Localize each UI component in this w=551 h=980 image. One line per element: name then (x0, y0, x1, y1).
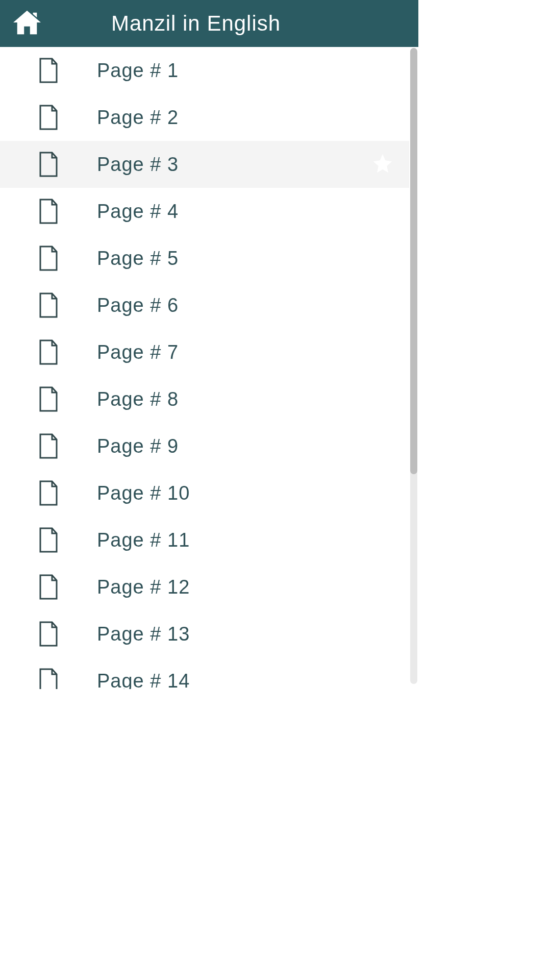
page-label: Page # 3 (97, 154, 179, 176)
page-icon (39, 339, 58, 365)
page-icon-slot (0, 152, 97, 177)
page-icon-slot (0, 58, 97, 83)
page-icon-slot (0, 199, 97, 224)
page-icon (39, 668, 58, 689)
app-screen: Manzil in English Page # 1Page # 2Page #… (0, 0, 418, 689)
page-icon-slot (0, 105, 97, 130)
list-item[interactable]: Page # 6 (0, 282, 409, 329)
home-button[interactable] (9, 6, 45, 41)
page-icon (39, 199, 58, 224)
list-item[interactable]: Page # 8 (0, 376, 409, 423)
star-icon (371, 152, 394, 177)
page-icon (39, 292, 58, 318)
page-icon (39, 105, 58, 130)
page-label: Page # 2 (97, 107, 179, 129)
page-label: Page # 13 (97, 623, 190, 645)
page-icon (39, 527, 58, 553)
page-icon (39, 480, 58, 506)
list-item[interactable]: Page # 13 (0, 610, 409, 657)
page-icon (39, 152, 58, 177)
page-label: Page # 9 (97, 435, 179, 457)
list-item[interactable]: Page # 7 (0, 329, 409, 376)
page-icon (39, 246, 58, 271)
page-label: Page # 14 (97, 670, 190, 690)
page-label: Page # 12 (97, 576, 190, 598)
list-item[interactable]: Page # 12 (0, 564, 409, 610)
page-label: Page # 11 (97, 529, 190, 551)
page-icon (39, 386, 58, 412)
list-item[interactable]: Page # 5 (0, 235, 409, 282)
page-icon (39, 433, 58, 459)
page-label: Page # 7 (97, 341, 179, 363)
page-label: Page # 4 (97, 201, 179, 223)
page-icon-slot (0, 433, 97, 459)
list-item[interactable]: Page # 1 (0, 47, 409, 94)
list-item[interactable]: Page # 11 (0, 517, 409, 564)
list-item[interactable]: Page # 9 (0, 423, 409, 470)
page-icon (39, 58, 58, 83)
page-icon-slot (0, 574, 97, 600)
list-item[interactable]: Page # 14 (0, 657, 409, 689)
content-area: Page # 1Page # 2Page # 3Page # 4Page # 5… (0, 47, 418, 689)
page-list[interactable]: Page # 1Page # 2Page # 3Page # 4Page # 5… (0, 47, 409, 689)
page-icon-slot (0, 339, 97, 365)
page-label: Page # 5 (97, 248, 179, 270)
page-label: Page # 10 (97, 482, 190, 504)
list-item[interactable]: Page # 3 (0, 141, 409, 188)
header-bar: Manzil in English (0, 0, 418, 47)
page-icon-slot (0, 386, 97, 412)
page-icon-slot (0, 292, 97, 318)
page-icon-slot (0, 527, 97, 553)
home-icon (11, 9, 43, 38)
page-icon-slot (0, 621, 97, 647)
page-icon-slot (0, 246, 97, 271)
list-item[interactable]: Page # 10 (0, 470, 409, 517)
list-item[interactable]: Page # 2 (0, 94, 409, 141)
scrollbar-thumb[interactable] (410, 48, 417, 474)
page-label: Page # 1 (97, 60, 179, 82)
page-icon (39, 621, 58, 647)
page-icon-slot (0, 480, 97, 506)
page-label: Page # 6 (97, 295, 179, 316)
header-title: Manzil in English (111, 11, 281, 36)
page-icon (39, 574, 58, 600)
page-icon-slot (0, 668, 97, 689)
page-label: Page # 8 (97, 388, 179, 410)
scrollbar[interactable] (409, 47, 418, 689)
list-item[interactable]: Page # 4 (0, 188, 409, 235)
